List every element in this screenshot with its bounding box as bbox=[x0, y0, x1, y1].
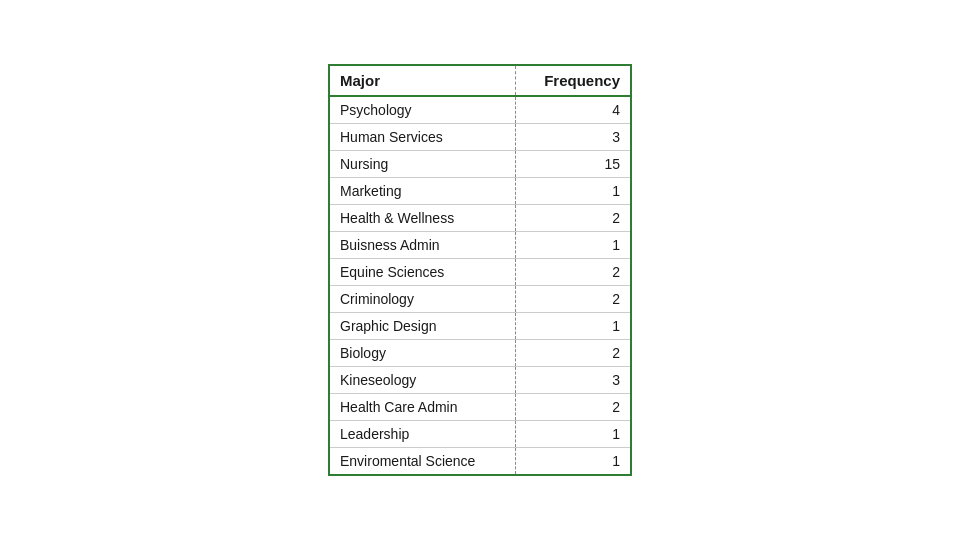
table-row: Psychology4 bbox=[330, 96, 630, 124]
table-row: Equine Sciences2 bbox=[330, 259, 630, 286]
frequency-cell: 15 bbox=[515, 151, 630, 178]
table-row: Buisness Admin1 bbox=[330, 232, 630, 259]
frequency-cell: 1 bbox=[515, 313, 630, 340]
table-row: Criminology2 bbox=[330, 286, 630, 313]
major-cell: Psychology bbox=[330, 96, 515, 124]
major-column-header: Major bbox=[330, 66, 515, 96]
major-cell: Graphic Design bbox=[330, 313, 515, 340]
frequency-column-header: Frequency bbox=[515, 66, 630, 96]
frequency-cell: 1 bbox=[515, 421, 630, 448]
table-row: Health & Wellness2 bbox=[330, 205, 630, 232]
frequency-cell: 1 bbox=[515, 232, 630, 259]
major-cell: Leadership bbox=[330, 421, 515, 448]
frequency-cell: 2 bbox=[515, 394, 630, 421]
frequency-cell: 2 bbox=[515, 259, 630, 286]
table-row: Biology2 bbox=[330, 340, 630, 367]
major-cell: Health Care Admin bbox=[330, 394, 515, 421]
major-cell: Marketing bbox=[330, 178, 515, 205]
data-table: Major Frequency Psychology4Human Service… bbox=[328, 64, 632, 476]
major-cell: Nursing bbox=[330, 151, 515, 178]
major-cell: Health & Wellness bbox=[330, 205, 515, 232]
major-cell: Biology bbox=[330, 340, 515, 367]
table-row: Leadership1 bbox=[330, 421, 630, 448]
frequency-cell: 2 bbox=[515, 205, 630, 232]
table-row: Enviromental Science1 bbox=[330, 448, 630, 475]
table-row: Health Care Admin2 bbox=[330, 394, 630, 421]
frequency-cell: 2 bbox=[515, 340, 630, 367]
frequency-cell: 1 bbox=[515, 178, 630, 205]
frequency-cell: 3 bbox=[515, 124, 630, 151]
major-cell: Enviromental Science bbox=[330, 448, 515, 475]
major-cell: Equine Sciences bbox=[330, 259, 515, 286]
major-cell: Human Services bbox=[330, 124, 515, 151]
major-cell: Kineseology bbox=[330, 367, 515, 394]
table-row: Graphic Design1 bbox=[330, 313, 630, 340]
table-row: Human Services3 bbox=[330, 124, 630, 151]
table-row: Nursing15 bbox=[330, 151, 630, 178]
frequency-cell: 2 bbox=[515, 286, 630, 313]
major-cell: Buisness Admin bbox=[330, 232, 515, 259]
frequency-cell: 1 bbox=[515, 448, 630, 475]
table-row: Kineseology3 bbox=[330, 367, 630, 394]
frequency-cell: 3 bbox=[515, 367, 630, 394]
table-row: Marketing1 bbox=[330, 178, 630, 205]
frequency-cell: 4 bbox=[515, 96, 630, 124]
major-cell: Criminology bbox=[330, 286, 515, 313]
